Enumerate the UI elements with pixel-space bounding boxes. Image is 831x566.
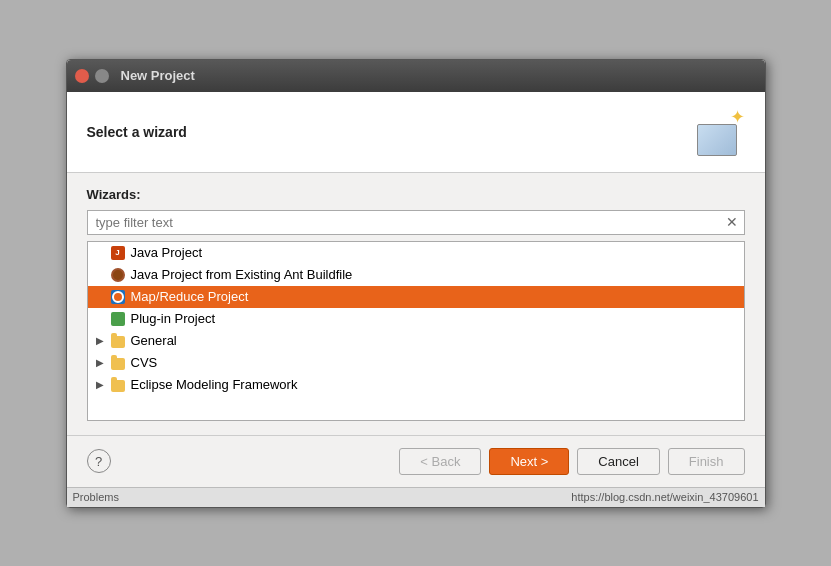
tree-item-mapreduce-project[interactable]: Map/Reduce Project [88, 286, 744, 308]
finish-button[interactable]: Finish [668, 448, 745, 475]
status-left: Problems [73, 491, 119, 503]
java-ant-icon [110, 267, 126, 283]
tree-item-label: Eclipse Modeling Framework [131, 377, 298, 392]
next-button[interactable]: Next > [489, 448, 569, 475]
wizard-icon-star: ✦ [730, 108, 745, 126]
tree-item-label: General [131, 333, 177, 348]
wizard-icon-window [697, 124, 737, 156]
body-area: Wizards: ✕ J Java Project [67, 173, 765, 435]
tree-item-label: CVS [131, 355, 158, 370]
java-project-icon: J [110, 245, 126, 261]
folder-icon [110, 355, 126, 371]
new-project-dialog: New Project Select a wizard ✦ Wizards: ✕… [66, 59, 766, 508]
minimize-button[interactable] [95, 69, 109, 83]
back-button[interactable]: < Back [399, 448, 481, 475]
filter-input[interactable] [88, 211, 720, 234]
tree-item-java-project[interactable]: J Java Project [88, 242, 744, 264]
tree-item-general[interactable]: ▶ General [88, 330, 744, 352]
title-bar: New Project [67, 60, 765, 92]
filter-clear-button[interactable]: ✕ [720, 214, 744, 230]
status-bar: Problems https://blog.csdn.net/weixin_43… [67, 487, 765, 507]
tree-item-plugin-project[interactable]: Plug-in Project [88, 308, 744, 330]
expand-icon: ▶ [96, 357, 110, 368]
tree-item-label: Java Project [131, 245, 203, 260]
footer-area: ? < Back Next > Cancel Finish [67, 435, 765, 487]
mapreduce-icon [110, 289, 126, 305]
wizards-label: Wizards: [87, 187, 745, 202]
expand-icon: ▶ [96, 379, 110, 390]
clear-icon: ✕ [726, 214, 738, 230]
plugin-icon [110, 311, 126, 327]
folder-icon [110, 377, 126, 393]
wizard-tree[interactable]: J Java Project Java Project from Existin… [87, 241, 745, 421]
filter-row: ✕ [87, 210, 745, 235]
expand-icon: ▶ [96, 335, 110, 346]
tree-item-label: Map/Reduce Project [131, 289, 249, 304]
wizard-icon: ✦ [697, 108, 745, 156]
tree-item-cvs[interactable]: ▶ CVS [88, 352, 744, 374]
tree-item-java-ant-project[interactable]: Java Project from Existing Ant Buildfile [88, 264, 744, 286]
help-icon: ? [95, 454, 102, 469]
cancel-button[interactable]: Cancel [577, 448, 659, 475]
header-area: Select a wizard ✦ [67, 92, 765, 173]
status-url: https://blog.csdn.net/weixin_43709601 [571, 491, 758, 503]
tree-item-label: Plug-in Project [131, 311, 216, 326]
help-button[interactable]: ? [87, 449, 111, 473]
folder-icon [110, 333, 126, 349]
tree-item-label: Java Project from Existing Ant Buildfile [131, 267, 353, 282]
header-title: Select a wizard [87, 124, 187, 140]
dialog-title: New Project [121, 68, 195, 83]
close-button[interactable] [75, 69, 89, 83]
tree-item-eclipse-modeling[interactable]: ▶ Eclipse Modeling Framework [88, 374, 744, 396]
